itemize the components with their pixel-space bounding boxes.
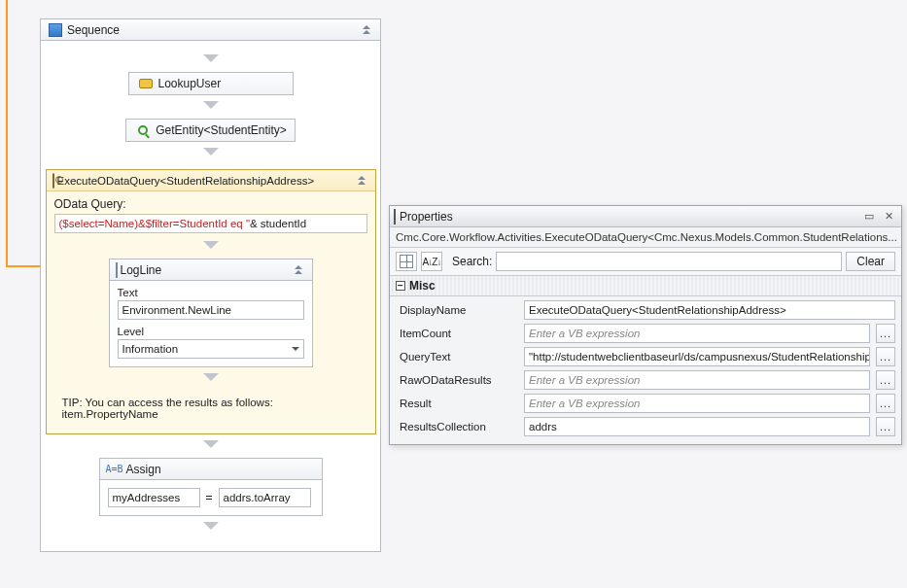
collapse-icon[interactable] [358,176,369,186]
expression-editor-button[interactable]: ... [876,417,895,436]
prop-value: "http://studentwebclientbaseurl/ds/campu… [529,351,870,363]
query-icon [52,174,54,188]
sequence-body: LookupUser GetEntity<StudentEntity> Exec… [41,41,380,551]
expression-editor-button[interactable]: ... [876,347,895,366]
chevron-down-icon [292,347,299,351]
assign-lhs-value: myAddresses [113,492,181,503]
flow-arrow-icon [203,373,219,385]
prop-row-resultscollection[interactable]: ResultsCollection addrs ... [392,415,899,438]
equals-label: = [206,491,213,504]
sequence-icon [47,23,64,37]
assign-title: Assign [123,463,316,476]
sort-alpha-button[interactable]: A↓Z↓ [421,252,442,271]
logline-level-label: Level [118,326,304,337]
prop-placeholder: Enter a VB expression [529,328,640,339]
properties-titlebar[interactable]: Properties ▭ ✕ [390,206,901,227]
prop-row-result[interactable]: Result Enter a VB expression ... [392,392,899,415]
get-entity-label: GetEntity<StudentEntity> [156,123,287,137]
odata-query-expression-error: ($select=Name)&$filter=StudentId eq " [59,218,251,229]
prop-row-rawodataresults[interactable]: RawODataResults Enter a VB expression ..… [392,368,899,392]
collapse-category-icon[interactable]: − [396,281,405,291]
flow-arrow-icon [203,54,219,66]
categorized-icon [400,255,413,268]
odata-tip-text: TIP: You can access the results as follo… [54,391,367,426]
lookup-user-activity[interactable]: LookupUser [128,72,294,95]
prop-value-input[interactable]: Enter a VB expression [524,394,870,413]
prop-row-querytext[interactable]: QueryText "http://studentwebclientbaseur… [392,345,899,368]
prop-name: Result [396,398,518,409]
lookup-user-label: LookupUser [158,77,222,90]
prop-value-input[interactable]: Enter a VB expression [524,370,870,390]
prop-value: ExecuteODataQuery<StudentRelationshipAdd… [529,304,786,316]
flow-arrow-icon [203,241,219,253]
prop-value-input[interactable]: "http://studentwebclientbaseurl/ds/campu… [524,347,870,366]
connector-line-vertical [6,0,8,267]
logline-level-select[interactable]: Information [118,339,304,359]
sequence-designer[interactable]: Sequence LookupUser GetEntity<StudentEnt… [40,18,381,552]
prop-name: DisplayName [396,304,518,316]
odata-body: OData Query: ($select=Name)&$filter=Stud… [47,191,375,433]
log-icon [116,263,118,277]
assign-activity[interactable]: A=B Assign myAddresses = addrs.toArray [99,458,323,516]
logline-level-value: Information [122,343,179,355]
categorized-button[interactable] [396,252,417,271]
search-icon [134,125,152,135]
odata-query-expression-tail: & studentId [250,218,306,229]
search-label: Search: [452,255,492,268]
logline-text-label: Text [118,287,304,298]
odata-title: ExecuteODataQuery<StudentRelationshipAdd… [54,175,358,187]
prop-value-input[interactable]: addrs [524,417,870,436]
properties-toolbar: A↓Z↓ Search: Clear [390,248,901,276]
prop-value-input[interactable]: ExecuteODataQuery<StudentRelationshipAdd… [524,300,895,320]
category-header[interactable]: − Misc [390,276,901,296]
close-icon[interactable]: ✕ [880,209,897,225]
properties-subtitle: Cmc.Core.Workflow.Activities.ExecuteODat… [390,227,901,248]
prop-row-itemcount[interactable]: ItemCount Enter a VB expression ... [392,322,899,345]
flow-arrow-icon [203,522,219,534]
assign-rhs-input[interactable]: addrs.toArray [219,488,311,507]
prop-placeholder: Enter a VB expression [529,374,640,386]
search-input[interactable] [496,252,842,271]
flow-arrow-icon [203,148,219,159]
clear-button[interactable]: Clear [846,252,895,271]
user-icon [137,79,155,88]
logline-text-value: Environment.NewLine [122,304,232,316]
prop-value-input[interactable]: Enter a VB expression [524,324,870,343]
assign-header[interactable]: A=B Assign [100,459,322,480]
expression-editor-button[interactable]: ... [876,324,895,343]
logline-title: LogLine [118,263,295,277]
odata-query-label: OData Query: [54,197,367,211]
logline-text-input[interactable]: Environment.NewLine [118,300,304,320]
prop-name: ResultsCollection [396,421,518,432]
collapse-icon[interactable] [295,265,306,275]
clear-button-label: Clear [856,255,885,268]
odata-query-input[interactable]: ($select=Name)&$filter=StudentId eq " & … [54,214,367,233]
prop-placeholder: Enter a VB expression [529,398,640,409]
flow-arrow-icon [203,101,219,113]
prop-row-displayname[interactable]: DisplayName ExecuteODataQuery<StudentRel… [392,298,899,322]
category-label: Misc [409,279,436,293]
assign-icon: A=B [106,464,123,474]
collapse-icon[interactable] [363,25,374,35]
prop-value: addrs [529,421,557,432]
sequence-title: Sequence [64,23,363,37]
expression-editor-button[interactable]: ... [876,370,895,390]
prop-name: ItemCount [396,328,518,339]
execute-odata-query-activity[interactable]: ExecuteODataQuery<StudentRelationshipAdd… [46,169,376,434]
properties-window[interactable]: Properties ▭ ✕ Cmc.Core.Workflow.Activit… [389,205,902,445]
flow-arrow-icon [203,440,219,452]
odata-header[interactable]: ExecuteODataQuery<StudentRelationshipAdd… [47,170,375,191]
property-grid: DisplayName ExecuteODataQuery<StudentRel… [390,296,901,444]
logline-activity[interactable]: LogLine Text Environment.NewLine Level [109,259,313,367]
logline-header[interactable]: LogLine [110,259,312,281]
sequence-header[interactable]: Sequence [41,19,380,41]
prop-name: QueryText [396,351,518,363]
assign-lhs-input[interactable]: myAddresses [108,488,200,507]
window-float-button[interactable]: ▭ [860,209,878,225]
assign-rhs-value: addrs.toArray [224,492,291,503]
get-entity-activity[interactable]: GetEntity<StudentEntity> [125,119,296,142]
prop-name: RawODataResults [396,374,518,386]
properties-title: Properties [396,210,858,224]
sort-alpha-icon: A↓Z↓ [423,257,441,267]
expression-editor-button[interactable]: ... [876,394,895,413]
